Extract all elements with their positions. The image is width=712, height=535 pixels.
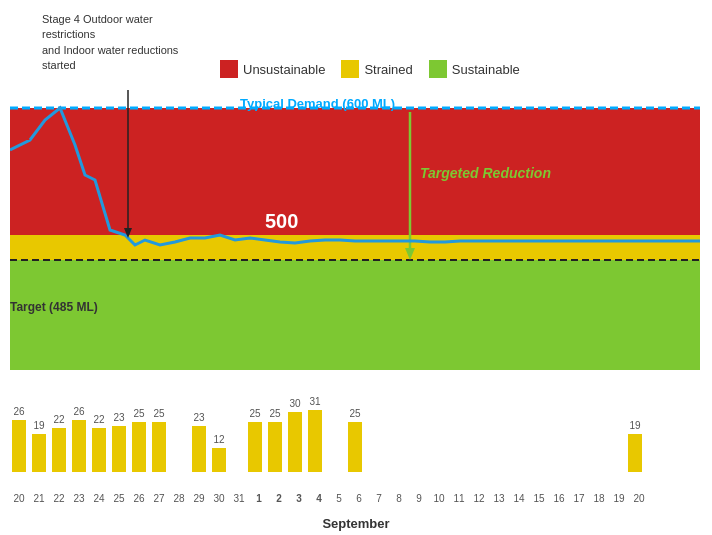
svg-text:25: 25 bbox=[133, 408, 145, 419]
main-chart-svg bbox=[10, 90, 700, 370]
svg-text:25: 25 bbox=[153, 408, 165, 419]
month-label: September bbox=[322, 516, 389, 531]
svg-text:23: 23 bbox=[193, 412, 205, 423]
svg-text:27: 27 bbox=[153, 493, 165, 504]
svg-text:20: 20 bbox=[633, 493, 645, 504]
annotation-line1: Stage 4 Outdoor water restrictions bbox=[42, 12, 202, 43]
svg-text:9: 9 bbox=[416, 493, 422, 504]
svg-rect-23 bbox=[152, 422, 166, 472]
legend-box-strained bbox=[341, 60, 359, 78]
bar-chart-svg: 26 19 22 26 22 23 25 25 23 12 25 bbox=[10, 368, 700, 488]
legend-label-strained: Strained bbox=[364, 62, 412, 77]
svg-text:13: 13 bbox=[493, 493, 505, 504]
svg-text:31: 31 bbox=[309, 396, 321, 407]
svg-text:19: 19 bbox=[613, 493, 625, 504]
svg-text:10: 10 bbox=[433, 493, 445, 504]
svg-rect-39 bbox=[628, 434, 642, 472]
svg-text:26: 26 bbox=[13, 406, 25, 417]
svg-rect-29 bbox=[248, 422, 262, 472]
legend-item-strained: Strained bbox=[341, 60, 412, 78]
svg-text:7: 7 bbox=[376, 493, 382, 504]
svg-text:26: 26 bbox=[73, 406, 85, 417]
label-500: 500 bbox=[265, 210, 298, 233]
svg-rect-35 bbox=[308, 410, 322, 472]
svg-text:23: 23 bbox=[73, 493, 85, 504]
svg-rect-0 bbox=[10, 260, 700, 370]
svg-text:11: 11 bbox=[453, 493, 465, 504]
svg-text:22: 22 bbox=[53, 493, 65, 504]
svg-text:19: 19 bbox=[629, 420, 641, 431]
svg-text:29: 29 bbox=[193, 493, 205, 504]
svg-text:21: 21 bbox=[33, 493, 45, 504]
svg-rect-27 bbox=[212, 448, 226, 472]
svg-text:22: 22 bbox=[93, 414, 105, 425]
svg-rect-2 bbox=[10, 108, 700, 235]
typical-demand-label: Typical Demand (600 ML) bbox=[240, 96, 395, 111]
svg-text:2: 2 bbox=[276, 493, 282, 504]
target-label: Target (485 ML) bbox=[10, 300, 98, 314]
svg-text:22: 22 bbox=[53, 414, 65, 425]
svg-text:26: 26 bbox=[133, 493, 145, 504]
svg-rect-25 bbox=[192, 426, 206, 472]
legend-label-sustainable: Sustainable bbox=[452, 62, 520, 77]
svg-rect-13 bbox=[52, 428, 66, 472]
svg-text:25: 25 bbox=[249, 408, 261, 419]
legend-box-sustainable bbox=[429, 60, 447, 78]
svg-text:1: 1 bbox=[256, 493, 262, 504]
svg-text:25: 25 bbox=[349, 408, 361, 419]
annotation-line2: and Indoor water reductions started bbox=[42, 43, 202, 74]
svg-text:15: 15 bbox=[533, 493, 545, 504]
svg-text:31: 31 bbox=[233, 493, 245, 504]
legend: Unsustainable Strained Sustainable bbox=[220, 60, 520, 78]
svg-text:6: 6 bbox=[356, 493, 362, 504]
annotation: Stage 4 Outdoor water restrictions and I… bbox=[42, 12, 202, 74]
svg-text:16: 16 bbox=[553, 493, 565, 504]
targeted-reduction-label: Targeted Reduction bbox=[420, 165, 551, 181]
svg-text:12: 12 bbox=[473, 493, 485, 504]
svg-rect-19 bbox=[112, 426, 126, 472]
svg-rect-21 bbox=[132, 422, 146, 472]
svg-rect-15 bbox=[72, 420, 86, 472]
svg-text:17: 17 bbox=[573, 493, 585, 504]
legend-label-unsustainable: Unsustainable bbox=[243, 62, 325, 77]
legend-item-sustainable: Sustainable bbox=[429, 60, 520, 78]
svg-text:24: 24 bbox=[93, 493, 105, 504]
svg-text:30: 30 bbox=[289, 398, 301, 409]
svg-rect-37 bbox=[348, 422, 362, 472]
legend-box-unsustainable bbox=[220, 60, 238, 78]
legend-item-unsustainable: Unsustainable bbox=[220, 60, 325, 78]
svg-rect-31 bbox=[268, 422, 282, 472]
svg-text:18: 18 bbox=[593, 493, 605, 504]
svg-text:14: 14 bbox=[513, 493, 525, 504]
svg-text:25: 25 bbox=[113, 493, 125, 504]
svg-rect-9 bbox=[12, 420, 26, 472]
x-axis-svg: 20 21 22 23 24 25 26 27 28 29 30 31 1 2 … bbox=[10, 490, 700, 518]
svg-text:30: 30 bbox=[213, 493, 225, 504]
svg-text:3: 3 bbox=[296, 493, 302, 504]
svg-rect-11 bbox=[32, 434, 46, 472]
chart-container: Stage 4 Outdoor water restrictions and I… bbox=[0, 0, 712, 535]
svg-text:5: 5 bbox=[336, 493, 342, 504]
svg-text:4: 4 bbox=[316, 493, 322, 504]
svg-text:23: 23 bbox=[113, 412, 125, 423]
svg-rect-33 bbox=[288, 412, 302, 472]
svg-text:25: 25 bbox=[269, 408, 281, 419]
svg-text:19: 19 bbox=[33, 420, 45, 431]
svg-text:20: 20 bbox=[13, 493, 25, 504]
svg-text:12: 12 bbox=[213, 434, 225, 445]
svg-text:28: 28 bbox=[173, 493, 185, 504]
svg-rect-1 bbox=[10, 235, 700, 260]
svg-text:8: 8 bbox=[396, 493, 402, 504]
svg-rect-17 bbox=[92, 428, 106, 472]
